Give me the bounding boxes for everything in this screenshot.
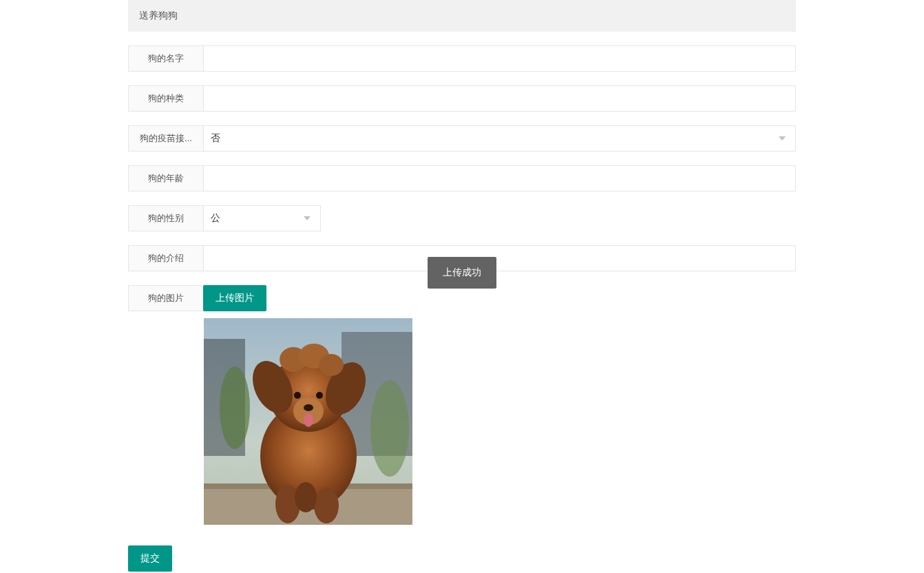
dog-sex-select[interactable]: 公 (204, 205, 321, 231)
dog-age-label: 狗的年龄 (128, 165, 204, 191)
dog-name-row: 狗的名字 (128, 45, 796, 72)
dog-age-input[interactable] (204, 165, 796, 191)
dog-image-row: 狗的图片 上传图片 (128, 285, 796, 311)
dog-sex-row: 狗的性别 公 (128, 205, 796, 231)
dog-sex-label: 狗的性别 (128, 205, 204, 231)
svg-point-17 (304, 404, 313, 411)
dog-sex-value: 公 (211, 212, 304, 225)
svg-point-15 (294, 392, 301, 399)
submit-button[interactable]: 提交 (128, 545, 172, 572)
dog-vaccine-select[interactable]: 否 (204, 125, 796, 152)
dog-name-input[interactable] (204, 45, 796, 72)
dog-vaccine-value: 否 (211, 132, 779, 145)
dog-name-label: 狗的名字 (128, 45, 204, 72)
dog-image-label: 狗的图片 (128, 285, 204, 311)
dog-age-row: 狗的年龄 (128, 165, 796, 191)
svg-point-13 (319, 354, 344, 376)
panel-title: 送养狗狗 (128, 0, 796, 32)
upload-image-button[interactable]: 上传图片 (203, 285, 266, 311)
dog-image-preview (204, 318, 796, 525)
svg-point-20 (314, 488, 339, 523)
dog-preview-image (204, 318, 412, 525)
svg-point-3 (220, 366, 250, 449)
dog-breed-label: 狗的种类 (128, 85, 204, 112)
dog-intro-label: 狗的介绍 (128, 245, 204, 271)
dog-intro-input[interactable] (204, 245, 796, 271)
upload-success-toast: 上传成功 (428, 257, 496, 289)
dog-breed-row: 狗的种类 (128, 85, 796, 112)
chevron-down-icon (779, 136, 786, 140)
chevron-down-icon (304, 216, 311, 220)
svg-point-18 (304, 413, 313, 427)
dog-vaccine-label: 狗的疫苗接... (128, 125, 204, 152)
svg-point-4 (370, 380, 409, 477)
svg-point-21 (295, 482, 317, 512)
dog-breed-input[interactable] (204, 85, 796, 112)
svg-point-16 (316, 392, 323, 399)
dog-vaccine-row: 狗的疫苗接... 否 (128, 125, 796, 152)
